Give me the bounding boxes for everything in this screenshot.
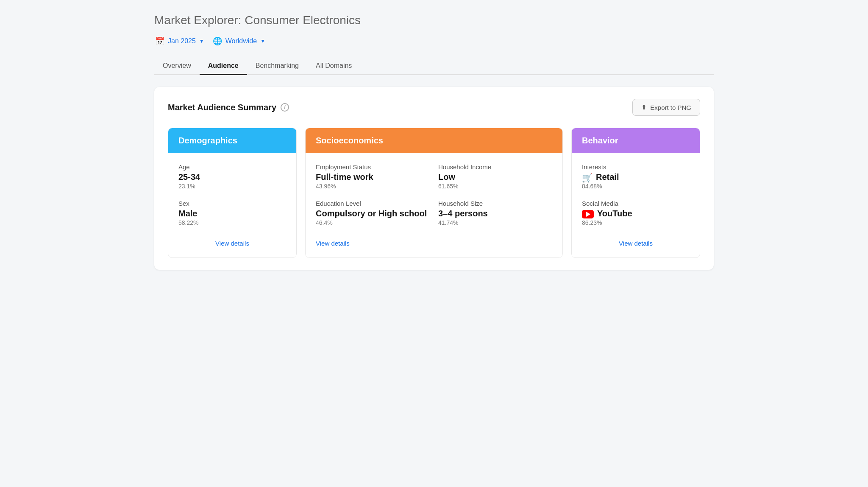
age-value: 25-34 [178,172,286,182]
income-stat: Household Income Low 61.65% [438,163,552,190]
interests-stat: Interests 🛒 Retail 84.68% [582,163,690,190]
education-stat: Education Level Compulsory or High schoo… [316,200,430,226]
tab-audience[interactable]: Audience [200,58,247,75]
household-size-pct: 41.74% [438,219,552,226]
interests-label: Interests [582,163,690,171]
chevron-down-icon: ▼ [199,38,204,44]
socioeconomics-header: Socioeconomics [306,128,562,153]
controls-row: 📅 Jan 2025 ▼ 🌐 Worldwide ▼ [154,35,714,48]
socioeconomics-title: Socioeconomics [316,136,383,145]
tab-all-domains[interactable]: All Domains [307,58,360,75]
education-value: Compulsory or High school [316,209,430,218]
social-media-value: YouTube [597,209,632,218]
sex-stat: Sex Male 58.22% [178,200,286,226]
age-pct: 23.1% [178,183,286,190]
interests-value: Retail [596,172,619,182]
behavior-view-details[interactable]: View details [582,240,690,247]
calendar-icon: 📅 [155,36,164,46]
interests-pct: 84.68% [582,183,690,190]
age-stat: Age 25-34 23.1% [178,163,286,190]
employment-stat: Employment Status Full-time work 43.96% [316,163,430,190]
nav-tabs: Overview Audience Benchmarking All Domai… [154,58,714,75]
social-media-label: Social Media [582,200,690,207]
behavior-body: Interests 🛒 Retail 84.68% Social Media Y… [572,153,700,257]
socioeconomics-body: Employment Status Full-time work 43.96% … [306,153,562,257]
employment-value: Full-time work [316,172,430,182]
card-header: Market Audience Summary i ⬆ Export to PN… [168,99,700,116]
behavior-panel: Behavior Interests 🛒 Retail 84.68% Socia… [571,128,700,258]
title-light: Consumer Electronics [245,14,361,27]
behavior-title: Behavior [582,136,618,145]
export-icon: ⬆ [641,104,647,111]
socioeconomics-view-details[interactable]: View details [316,240,350,247]
date-dropdown[interactable]: 📅 Jan 2025 ▼ [154,35,205,48]
demographics-header: Demographics [168,128,296,153]
social-media-stat: Social Media YouTube 86.23% [582,200,690,226]
card-title-row: Market Audience Summary i [168,103,289,112]
income-label: Household Income [438,163,552,171]
education-pct: 46.4% [316,219,430,226]
location-dropdown[interactable]: 🌐 Worldwide ▼ [212,35,266,48]
employment-pct: 43.96% [316,183,430,190]
behavior-header: Behavior [572,128,700,153]
export-label: Export to PNG [650,104,691,111]
sex-value: Male [178,209,286,218]
globe-icon: 🌐 [213,36,222,46]
employment-label: Employment Status [316,163,430,171]
demographics-view-details[interactable]: View details [178,240,286,247]
demographics-body: Age 25-34 23.1% Sex Male 58.22% View det… [168,153,296,257]
income-value: Low [438,172,552,182]
education-label: Education Level [316,200,430,207]
info-icon: i [281,103,289,112]
household-size-label: Household Size [438,200,552,207]
tab-benchmarking[interactable]: Benchmarking [247,58,307,75]
household-size-stat: Household Size 3–4 persons 41.74% [438,200,552,226]
demographics-panel: Demographics Age 25-34 23.1% Sex Male 58… [168,128,297,258]
title-bold: Market Explorer: [154,14,241,27]
export-to-png-button[interactable]: ⬆ Export to PNG [632,99,700,116]
social-media-row: YouTube [582,209,690,219]
card-title: Market Audience Summary [168,103,276,112]
market-audience-summary-card: Market Audience Summary i ⬆ Export to PN… [154,87,714,270]
socioeconomics-panel: Socioeconomics Employment Status Full-ti… [305,128,563,258]
youtube-icon [582,210,594,218]
page-title: Market Explorer: Consumer Electronics [154,14,714,27]
income-pct: 61.65% [438,183,552,190]
household-size-value: 3–4 persons [438,209,552,218]
chevron-down-icon-2: ▼ [260,38,265,44]
tab-overview[interactable]: Overview [154,58,200,75]
age-label: Age [178,163,286,171]
sex-pct: 58.22% [178,219,286,226]
interests-row: 🛒 Retail [582,172,690,183]
location-value: Worldwide [225,37,257,45]
sex-label: Sex [178,200,286,207]
demographics-title: Demographics [178,136,237,145]
date-value: Jan 2025 [168,37,196,45]
retail-cart-icon: 🛒 [582,173,593,183]
social-media-pct: 86.23% [582,219,690,226]
summary-grid: Demographics Age 25-34 23.1% Sex Male 58… [168,128,700,258]
